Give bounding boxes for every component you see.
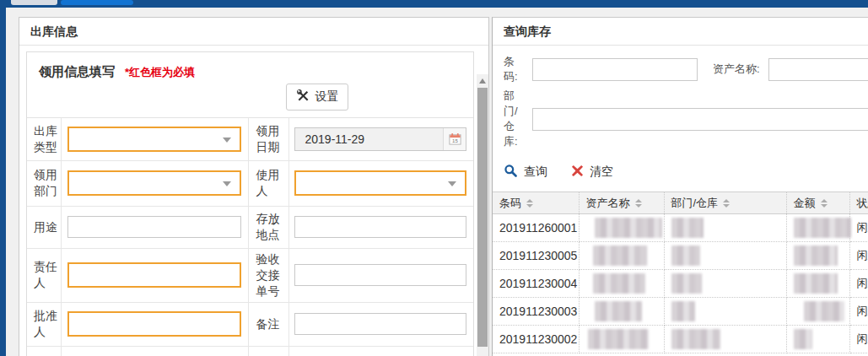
col-header-asset-name: 资产名称 [586, 196, 630, 211]
calendar-icon[interactable]: 15 [443, 128, 466, 150]
scroll-up-arrow-icon[interactable] [477, 75, 488, 86]
query-button-label: 查询 [524, 165, 547, 180]
status-value: 闲置 [857, 305, 868, 317]
barcode-cell: 201911230005 [493, 242, 579, 270]
clear-button-label: 清空 [590, 165, 613, 180]
label-remarks: 备注 [248, 302, 288, 346]
censored-amount [794, 273, 838, 294]
outbound-info-panel: 出库信息 领用信息填写 *红色框为必填 [19, 17, 489, 356]
browser-tab-inactive[interactable] [11, 0, 57, 5]
label-requisition-date: 领用日期 [248, 118, 288, 160]
search-icon [504, 164, 518, 181]
acceptance-handover-no-input[interactable] [294, 264, 467, 286]
censored-asset-name [593, 245, 647, 266]
asset-name-filter-label: 资产名称: [713, 62, 760, 77]
app-screen: 出库信息 领用信息填写 *红色框为必填 [0, 0, 868, 356]
censored-amount [794, 218, 851, 238]
sort-icon[interactable] [723, 199, 730, 208]
outbound-type-select[interactable] [67, 127, 241, 152]
table-header-row: 条码 资产名称 部门/仓库 金额 状态 [493, 192, 868, 214]
sort-icon[interactable] [635, 199, 642, 208]
vertical-scrollbar[interactable] [477, 74, 488, 356]
table-row[interactable]: 201911260001 闲置 [493, 214, 868, 242]
asset-name-filter-input[interactable] [768, 58, 868, 81]
label-storage-location: 存放地点 [248, 206, 288, 248]
censored-dept [671, 301, 695, 321]
panel-title-outbound: 出库信息 [19, 18, 488, 46]
approver-input[interactable] [67, 311, 241, 337]
form-heading: 领用信息填写 [39, 64, 115, 80]
table-row[interactable]: 201911230004 闲置 [493, 270, 868, 298]
panel-title-query: 查询库存 [493, 18, 868, 46]
table-row[interactable]: 201911230002 闲置 [493, 326, 868, 353]
requisition-form-table: 出库类型 领用日期 2019-11-29 [27, 118, 473, 356]
censored-dept [671, 273, 702, 294]
tools-icon [296, 89, 310, 105]
label-next-row [248, 346, 288, 356]
label-outbound-type: 出库类型 [27, 118, 61, 160]
table-row[interactable]: 201911230005 闲置 [493, 242, 868, 270]
label-responsible-person: 责任人 [27, 248, 61, 302]
outbound-form-scroll-area: 领用信息填写 *红色框为必填 设置 [19, 46, 488, 356]
label-next-row [27, 346, 61, 356]
status-value: 闲置 [857, 221, 868, 234]
barcode-filter-input[interactable] [532, 58, 698, 81]
chevron-down-icon [223, 138, 231, 143]
inventory-query-panel: 查询库存 条码: 资产名称: 部门/仓库: 查 [492, 17, 868, 356]
query-button[interactable]: 查询 [504, 164, 547, 181]
user-select[interactable] [294, 170, 467, 196]
censored-amount [794, 329, 812, 349]
date-value: 2019-11-29 [295, 132, 444, 146]
col-header-barcode: 条码 [499, 196, 521, 211]
barcode-cell: 201911230002 [493, 326, 579, 353]
label-requisition-dept: 领用部门 [27, 160, 61, 206]
sort-icon[interactable] [821, 199, 828, 208]
requisition-form-card: 领用信息填写 *红色框为必填 设置 [26, 51, 474, 356]
settings-button-label: 设置 [315, 89, 339, 105]
browser-tab-active[interactable] [61, 0, 133, 5]
barcode-cell: 201911230003 [493, 298, 579, 326]
purpose-input[interactable] [67, 216, 241, 238]
censored-amount [804, 301, 844, 321]
censored-dept [671, 245, 700, 266]
chevron-down-icon [223, 181, 231, 186]
label-approver: 批准人 [27, 302, 61, 346]
clear-button[interactable]: 清空 [571, 165, 613, 180]
censored-asset-name [595, 218, 662, 238]
col-header-amount: 金额 [794, 196, 816, 211]
query-actions: 查询 清空 [493, 154, 868, 184]
col-header-status: 状态 [857, 196, 868, 211]
barcode-cell: 201911230004 [493, 270, 579, 298]
censored-asset-name [588, 329, 649, 349]
label-acceptance-no: 验收交接单号 [248, 248, 288, 302]
responsible-person-input[interactable] [67, 262, 241, 288]
scrollbar-thumb[interactable] [477, 88, 488, 347]
label-purpose: 用途 [27, 206, 61, 248]
required-note: *红色框为必填 [125, 65, 195, 80]
top-bar [0, 0, 868, 8]
status-value: 闲置 [857, 277, 868, 289]
table-row[interactable]: 201911230003 闲置 [493, 298, 868, 326]
status-value: 闲置 [857, 332, 868, 345]
label-user: 使用人 [248, 160, 288, 206]
dept-warehouse-filter-label: 部门/仓库: [504, 89, 526, 149]
chevron-down-icon [448, 181, 456, 186]
barcode-filter-label: 条码: [504, 54, 526, 84]
dept-warehouse-filter-input[interactable] [532, 108, 868, 131]
close-x-icon [571, 165, 584, 180]
requisition-date-field[interactable]: 2019-11-29 15 [294, 127, 467, 151]
query-filters: 条码: 资产名称: 部门/仓库: [493, 46, 868, 149]
sort-icon[interactable] [526, 199, 533, 208]
remarks-input[interactable] [294, 313, 467, 335]
censored-dept [671, 218, 704, 238]
storage-location-input[interactable] [294, 216, 467, 238]
barcode-cell: 201911260001 [493, 214, 579, 242]
inventory-table: 条码 资产名称 部门/仓库 金额 状态 201911260001 闲置 2019… [493, 191, 868, 353]
svg-text:15: 15 [452, 138, 458, 143]
censored-asset-name [595, 301, 642, 321]
requisition-dept-select[interactable] [67, 170, 241, 196]
col-header-dept-warehouse: 部门/仓库 [671, 196, 719, 211]
left-edge-strip [0, 8, 6, 356]
censored-dept [671, 329, 720, 349]
settings-button[interactable]: 设置 [286, 84, 348, 111]
